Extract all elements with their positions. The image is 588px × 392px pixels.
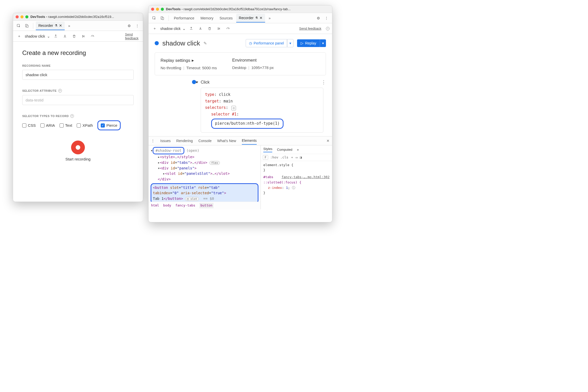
performance-panel-button[interactable]: ◷Performance panel ▾ [246,39,293,47]
send-feedback-link[interactable]: Send feedback [299,27,321,30]
perf-dropdown-icon[interactable]: ▾ [287,39,293,47]
selector-value[interactable]: pierce/button:nth-of-type(1) [211,119,284,129]
slot-badge[interactable]: ◰ slot [185,197,199,201]
computed-toggle-icon[interactable]: ▭ [296,155,298,159]
more-tabs-icon[interactable]: » [66,22,73,29]
tab-recorder[interactable]: Recorder ⚗ ✕ [236,14,265,22]
inspect-icon[interactable] [151,15,158,22]
kebab-icon[interactable]: ⋮ [323,15,330,22]
import-icon[interactable] [61,33,69,40]
new-rule-icon[interactable]: ＋ [290,155,294,160]
flex-badge[interactable]: flex [209,161,220,165]
replay-dropdown-icon[interactable]: ▾ [320,39,326,47]
info-icon[interactable]: ⓘ [292,186,295,190]
selected-node[interactable]: <button slot="title" role="tab" tabindex… [151,183,258,203]
checkbox-text[interactable]: Text [60,123,72,128]
styles-tab-styles[interactable]: Styles [263,147,272,152]
replay-button[interactable]: ▷Replay ▾ [297,39,326,47]
filter-input[interactable]: F [263,155,268,160]
devtools-window-right: DevTools - rawgit.com/ebidel/2d2bb0cdec3… [148,5,332,222]
window-title: DevTools - rawgit.com/ebidel/2d2bb0cdec3… [30,15,114,19]
help-icon[interactable]: ? [326,27,330,30]
replay-icon[interactable] [215,25,222,32]
import-icon[interactable] [197,25,204,32]
step-kebab-icon[interactable]: ⋮ [321,79,326,85]
sidebar-toggle-icon[interactable]: ◨ [300,155,302,159]
cls-toggle[interactable]: .cls [280,155,288,159]
checkbox-aria[interactable]: ARIA [40,123,55,128]
settings-icon[interactable]: ⚙ [126,22,133,29]
speed-icon[interactable] [224,25,232,32]
recorder-toolbar: ＋ shadow click ⌄ Send feedback ? [149,23,332,34]
edit-title-icon[interactable]: ✎ [203,41,207,46]
page-title: Create a new recording [22,49,134,56]
drawer-tab-issues[interactable]: Issues [160,139,171,143]
hov-toggle[interactable]: :hov [270,155,278,159]
breadcrumb[interactable]: html body fancy-tabs button [149,202,261,209]
export-icon[interactable] [52,33,59,40]
checkbox-xpath[interactable]: XPath [77,123,93,128]
drawer-tab-rendering[interactable]: Rendering [176,139,193,143]
replay-settings-toggle[interactable]: Replay settings ▸ [161,58,217,63]
tab-performance[interactable]: Performance [171,14,197,22]
styles-rules[interactable]: element.style { } #tabs fancy-tabs-….mo.… [261,161,332,198]
settings-icon[interactable]: ⚙ [315,15,322,22]
minimize-dot[interactable] [156,8,159,11]
start-recording-button[interactable]: Start recording [22,141,134,161]
zoom-dot[interactable] [25,15,28,18]
start-recording-label: Start recording [65,157,91,161]
tab-recorder[interactable]: Recorder ⚗ ✕ [36,21,65,30]
step-title[interactable]: Click [201,80,210,85]
svg-rect-2 [27,25,28,27]
recording-name-input[interactable]: shadow click [22,70,134,80]
close-dot[interactable] [151,8,154,11]
recording-select[interactable]: shadow click ⌄ [25,34,50,38]
more-tabs-icon[interactable]: » [266,15,273,22]
close-tab-icon[interactable]: ✕ [259,16,263,20]
delete-icon[interactable] [71,33,78,40]
recording-select[interactable]: shadow click ⌄ [160,27,186,31]
devtools-window-left: DevTools - rawgit.com/ebidel/2d2bb0cdec3… [13,13,143,202]
speed-icon[interactable] [89,33,96,40]
close-dot[interactable] [16,15,19,18]
help-icon[interactable]: ? [58,89,62,93]
tab-sources[interactable]: Sources [217,14,235,22]
replay-icon[interactable] [80,33,87,40]
dom-tree[interactable]: ▾#shadow-root (open) ▸<style>…</style> ▸… [149,145,261,209]
selector-attribute-input[interactable]: data-testid [22,95,134,105]
close-drawer-icon[interactable]: ✕ [326,139,330,143]
tab-memory[interactable]: Memory [198,14,216,22]
styles-tab-computed[interactable]: Computed [277,148,292,152]
source-link[interactable]: fancy-tabs-….mo.html:302 [281,175,330,180]
checkbox-pierce[interactable]: ✓Pierce [101,123,117,128]
new-recording-icon[interactable]: ＋ [16,33,23,40]
export-icon[interactable] [188,25,195,32]
replay-settings-panel: Replay settings ▸ No throttling|Timeout:… [155,52,326,75]
help-icon[interactable]: ? [70,114,74,118]
styles-pane: Styles Computed » F :hov .cls ＋ ▭ ◨ elem… [261,145,332,209]
delete-icon[interactable] [206,25,213,32]
new-recording-icon[interactable]: ＋ [151,25,158,32]
step-details: type: click target: main selectors: ◰ se… [201,88,323,133]
send-feedback-link[interactable]: Send feedback [125,32,140,40]
divider [33,23,33,29]
drawer-tab-console[interactable]: Console [198,139,211,143]
drawer-tab-elements[interactable]: Elements [242,139,257,145]
recording-title: shadow click [162,39,200,47]
checkbox-css[interactable]: CSS [22,123,36,128]
main-tabbar: Recorder ⚗ ✕ » ⚙ ⋮ [13,21,143,31]
kebab-icon[interactable]: ⋮ [134,22,141,29]
device-toggle-icon[interactable] [159,15,166,22]
recorder-toolbar: ＋ shadow click ⌄ Send feedback [13,31,143,42]
zoom-dot[interactable] [161,8,164,11]
environment-heading: Environment [232,58,274,63]
inspect-icon[interactable] [15,22,22,29]
drawer-tab-whatsnew[interactable]: What's New [217,139,236,143]
more-tabs-icon[interactable]: » [297,148,299,152]
svg-rect-5 [162,17,164,20]
minimize-dot[interactable] [20,15,24,18]
element-picker-icon[interactable]: ◰ [231,106,236,110]
close-tab-icon[interactable]: ✕ [59,24,62,28]
device-toggle-icon[interactable] [23,22,30,29]
drawer-kebab-icon[interactable]: ⋮ [151,139,155,143]
